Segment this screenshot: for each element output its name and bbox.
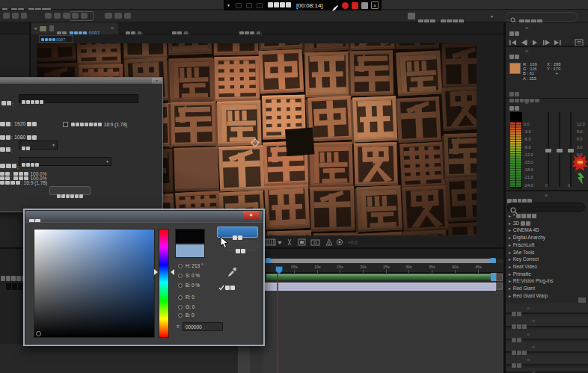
svg-text:+0.0: +0.0 bbox=[348, 240, 358, 245]
